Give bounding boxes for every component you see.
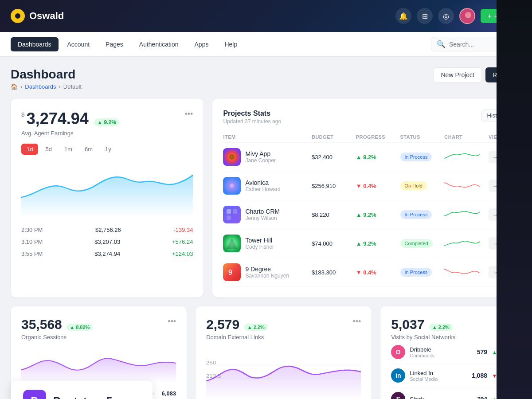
status-badge-tower: Completed bbox=[400, 239, 433, 248]
social-label: Visits by Social Networks bbox=[391, 334, 455, 340]
domain-stat: 2,579 ▲ 2.2% Domain External Links bbox=[206, 317, 268, 340]
social-stat: 5,037 ▲ 2.2% Visits by Social Networks bbox=[391, 317, 455, 340]
project-info-9degree: 9 9 Degree Savannah Nguyen bbox=[223, 263, 312, 281]
organic-number: 35,568 bbox=[21, 317, 62, 332]
earnings-amount-row: $ 3,274.94 ▲ 9.2% bbox=[21, 110, 119, 128]
nav-authentication[interactable]: Authentication bbox=[132, 37, 186, 51]
project-details-9degree: 9 Degree Savannah Nguyen bbox=[245, 266, 289, 279]
geo-value: 6,083 bbox=[158, 390, 176, 397]
reports-button[interactable]: Reports bbox=[485, 67, 521, 82]
nav-dashboards[interactable]: Dashboards bbox=[11, 37, 59, 51]
change-2: +576.24 bbox=[172, 239, 193, 245]
project-thumb-avionica bbox=[223, 177, 241, 195]
view-btn-tower[interactable]: → bbox=[489, 237, 501, 250]
view-btn-mivy[interactable]: → bbox=[489, 151, 501, 163]
page-actions: New Project Reports bbox=[434, 67, 522, 82]
domain-links-card: 2,579 ▲ 2.2% Domain External Links ••• bbox=[196, 306, 372, 399]
grid-icon-btn[interactable]: ⊞ bbox=[417, 8, 433, 24]
status-badge-mivy: In Process bbox=[400, 153, 432, 161]
project-thumb-mivy bbox=[223, 148, 241, 166]
table-row: 9 9 Degree Savannah Nguyen $183,300 ▼ 0.… bbox=[223, 258, 511, 287]
col-view: VIEW bbox=[489, 134, 511, 140]
time-filter-6m[interactable]: 6m bbox=[79, 144, 98, 155]
nav-pages[interactable]: Pages bbox=[98, 37, 130, 51]
nav-items: Dashboards Account Pages Authentication … bbox=[11, 37, 244, 51]
breadcrumb-dashboards[interactable]: Dashboards bbox=[25, 83, 56, 90]
social-number: 5,037 bbox=[391, 317, 424, 332]
top-header: Oswald 🔔 ⊞ ◎ + + Invite bbox=[0, 0, 532, 32]
nav-help[interactable]: Help bbox=[217, 37, 244, 51]
svg-rect-7 bbox=[223, 206, 241, 223]
time-1: 2:30 PM bbox=[21, 227, 43, 233]
currency-symbol: $ bbox=[21, 111, 24, 118]
col-status: STATUS bbox=[400, 134, 445, 140]
time-filter-5d[interactable]: 5d bbox=[40, 144, 57, 155]
organic-sessions-card: 35,568 ▲ 8.02% Organic Sessions ••• bbox=[11, 306, 187, 399]
chart-mivy bbox=[444, 149, 489, 164]
projects-title-area: Projects Stats Updated 37 minutes ago bbox=[223, 110, 281, 125]
domain-number: 2,579 bbox=[206, 317, 239, 332]
organic-menu-icon[interactable]: ••• bbox=[168, 317, 176, 326]
nav-apps[interactable]: Apps bbox=[188, 37, 216, 51]
col-item: ITEM bbox=[223, 134, 312, 140]
col-chart: CHART bbox=[444, 134, 489, 140]
social-number-row: 5,037 ▲ 2.2% bbox=[391, 317, 455, 332]
top-grid-row: $ 3,274.94 ▲ 9.2% Avg. Agent Earnings ••… bbox=[11, 99, 521, 297]
status-badge-avionica: On Hold bbox=[400, 181, 427, 190]
new-project-button[interactable]: New Project bbox=[434, 67, 482, 82]
earnings-amount: 3,274.94 bbox=[27, 110, 89, 128]
view-btn-charto[interactable]: → bbox=[489, 208, 501, 221]
nav-account[interactable]: Account bbox=[60, 37, 97, 51]
domain-chart: 250 212.5 bbox=[206, 348, 361, 399]
linkedin-icon: in bbox=[391, 368, 405, 383]
view-btn-avionica[interactable]: → bbox=[489, 180, 501, 192]
table-row: Avionica Esther Howard $256,910 ▼ 0.4% O… bbox=[223, 172, 511, 200]
nav-bar: Dashboards Account Pages Authentication … bbox=[0, 32, 532, 57]
earnings-row-2: 3:10 PM $3,207.03 +576.24 bbox=[21, 236, 193, 248]
domain-menu-icon[interactable]: ••• bbox=[352, 317, 361, 326]
project-details-avionica: Avionica Esther Howard bbox=[245, 179, 280, 192]
breadcrumb: 🏠 › Dashboards › Default bbox=[11, 83, 82, 90]
organic-label: Organic Sessions bbox=[21, 334, 93, 340]
time-filter-1m[interactable]: 1m bbox=[59, 144, 78, 155]
change-1: -139.34 bbox=[173, 227, 193, 233]
table-row: Charto CRM Jenny Wilson $8,220 ▲ 9.2% In… bbox=[223, 200, 511, 229]
project-thumb-9degree: 9 bbox=[223, 263, 241, 281]
search-input[interactable] bbox=[449, 41, 516, 48]
organic-stat: 35,568 ▲ 8.02% Organic Sessions bbox=[21, 317, 93, 340]
col-progress: PROGRESS bbox=[356, 134, 400, 140]
page-header: Dashboard 🏠 › Dashboards › Default New P… bbox=[11, 67, 521, 90]
svg-point-4 bbox=[229, 154, 235, 160]
avatar[interactable] bbox=[459, 8, 475, 24]
domain-number-row: 2,579 ▲ 2.2% bbox=[206, 317, 268, 332]
time-filters: 1d 5d 1m 6m 1y bbox=[21, 144, 193, 155]
social-menu-icon[interactable]: ••• bbox=[502, 317, 511, 326]
history-button[interactable]: History bbox=[481, 110, 511, 121]
invite-button[interactable]: + + Invite bbox=[481, 9, 521, 23]
time-2: 3:10 PM bbox=[21, 239, 43, 245]
dribbble-icon: D bbox=[391, 345, 405, 359]
bootstrap-overlay: B Bootstrap 5 bbox=[11, 381, 153, 399]
notification-icon-btn[interactable]: 🔔 bbox=[395, 8, 411, 24]
card-menu-icon[interactable]: ••• bbox=[184, 110, 193, 119]
bootstrap-icon: B bbox=[23, 390, 46, 399]
share-icon-btn[interactable]: ◎ bbox=[438, 8, 454, 24]
invite-label: + Invite bbox=[494, 12, 514, 20]
time-filter-1d[interactable]: 1d bbox=[21, 144, 38, 155]
earnings-label: Avg. Agent Earnings bbox=[21, 130, 119, 137]
view-btn-9degree[interactable]: → bbox=[489, 266, 501, 278]
svg-text:9: 9 bbox=[228, 269, 232, 276]
logo-icon bbox=[11, 9, 25, 23]
projects-stats-card: Projects Stats Updated 37 minutes ago Hi… bbox=[212, 99, 521, 297]
svg-rect-10 bbox=[227, 215, 231, 220]
time-filter-1y[interactable]: 1y bbox=[100, 144, 117, 155]
earnings-row-1: 2:30 PM $2,756.26 -139.34 bbox=[21, 224, 193, 236]
search-icon: 🔍 bbox=[437, 40, 446, 48]
table-row: Tower Hill Cody Fisher $74,000 ▲ 9.2% Co… bbox=[223, 229, 511, 258]
projects-title: Projects Stats bbox=[223, 110, 281, 117]
bottom-grid-row: 35,568 ▲ 8.02% Organic Sessions ••• bbox=[11, 306, 521, 399]
chart-charto bbox=[444, 207, 489, 222]
header-actions: 🔔 ⊞ ◎ + + Invite bbox=[395, 8, 521, 24]
social-row-dribbble: D Dribbble Community 579 ▲ 2.6% bbox=[391, 340, 511, 364]
earnings-rows: 2:30 PM $2,756.26 -139.34 3:10 PM $3,207… bbox=[21, 224, 193, 260]
